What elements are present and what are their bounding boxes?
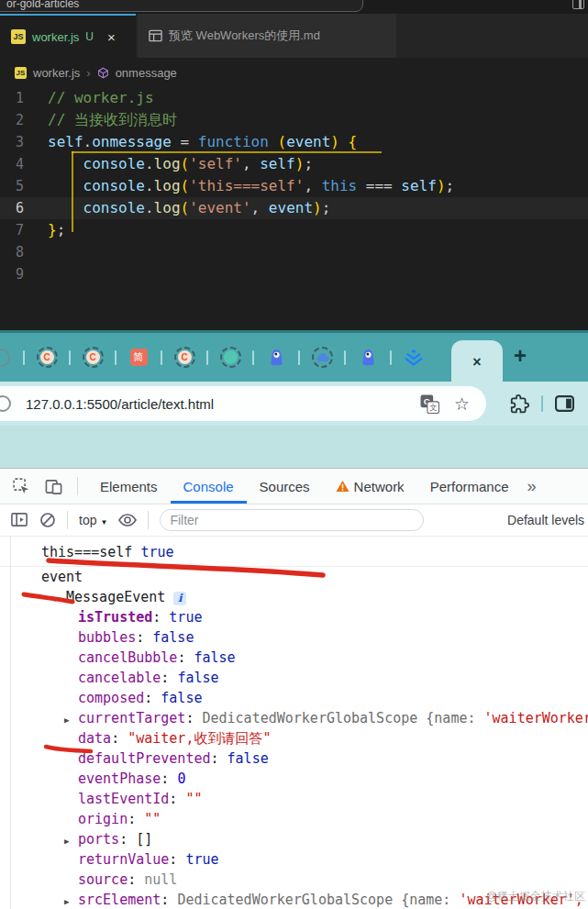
pinned-tab[interactable]: [263, 349, 289, 366]
more-tabs-icon[interactable]: »: [527, 477, 535, 496]
code-line[interactable]: 1// worker.js: [0, 87, 588, 109]
devtools-tab-elements[interactable]: Elements: [87, 469, 171, 504]
site-info-icon[interactable]: [0, 395, 11, 412]
text-segment: :: [136, 629, 152, 646]
code-line[interactable]: 8: [0, 241, 588, 263]
screen: or-gold-articles JS worker.js U × 预览 Web…: [0, 0, 588, 909]
live-expression-eye-icon[interactable]: [118, 514, 137, 527]
text-segment: console: [83, 155, 145, 172]
text-segment: :: [169, 791, 185, 807]
pinned-tab[interactable]: [309, 347, 335, 368]
text-segment: false: [194, 649, 235, 666]
code-editor[interactable]: 1// worker.js2// 当接收到消息时3self.onmessage …: [0, 87, 588, 330]
text-segment: ;: [322, 199, 331, 216]
code-line[interactable]: 4 console.log('self', self);: [0, 153, 588, 175]
pinned-tab[interactable]: 简: [126, 349, 151, 366]
text-segment: true: [185, 851, 218, 868]
layout-toggle-icon[interactable]: [572, 0, 584, 9]
new-tab-button[interactable]: +: [514, 343, 527, 369]
console-toolbar: top▼ Default levels▼: [0, 504, 588, 537]
devtools-tab-network[interactable]: Network: [323, 469, 417, 504]
context-selector[interactable]: top▼: [79, 513, 107, 527]
text-segment: "waiter,收到请回答": [128, 730, 271, 747]
console-row[interactable]: ▼MessageEventi: [0, 587, 588, 607]
address-bar[interactable]: 127.0.0.1:5500/article/text.html G文 ☆: [0, 386, 486, 421]
pinned-tab[interactable]: [355, 349, 381, 366]
text-segment: false: [177, 670, 218, 686]
expand-triangle-icon[interactable]: ▶: [64, 831, 78, 851]
code-line[interactable]: 3self.onmessage = function (event) {: [0, 131, 588, 153]
text-segment: .: [83, 133, 93, 150]
text-segment: log: [154, 177, 181, 194]
text-segment: :: [177, 649, 194, 666]
text-segment: // worker.js: [48, 89, 154, 106]
console-row: cancelable: false: [0, 668, 588, 688]
close-tab-icon[interactable]: ×: [107, 29, 116, 45]
code-line[interactable]: 7};: [0, 219, 588, 241]
collapse-triangle-icon[interactable]: ▼: [52, 589, 66, 609]
console-messages[interactable]: this===self true event▼MessageEventiisTr…: [0, 537, 588, 909]
devtools-tab-label: Performance: [430, 479, 509, 494]
console-row[interactable]: ▶currentTarget: DedicatedWorkerGlobalSco…: [0, 708, 588, 728]
text-segment: ports: [78, 831, 119, 848]
text-segment: log: [154, 155, 181, 172]
info-badge-icon[interactable]: i: [173, 592, 186, 605]
devtools-tab-sources[interactable]: Sources: [247, 469, 323, 504]
text-segment: eventPhase: [78, 770, 161, 787]
log-levels-dropdown[interactable]: Default levels▼: [507, 513, 588, 527]
console-filter-input[interactable]: [160, 509, 424, 531]
devtools-tabs: ElementsConsoleSourcesNetworkPerformance: [87, 469, 522, 504]
devtools-tab-performance[interactable]: Performance: [417, 469, 522, 504]
console-row: bubbles: false: [0, 627, 588, 648]
pinned-tab[interactable]: [0, 349, 14, 367]
inspect-element-icon[interactable]: [13, 478, 30, 495]
code-line[interactable]: 5 console.log('this===self', this === se…: [0, 175, 588, 197]
text-segment: [48, 155, 83, 172]
text-segment: :: [161, 670, 177, 686]
text-segment: :: [169, 851, 185, 868]
teal-site-favicon-icon: [220, 347, 241, 368]
chevron-down-icon: ▼: [100, 518, 107, 527]
jianshu-favicon-icon: 简: [130, 349, 148, 366]
console-row[interactable]: ▶ports: []: [0, 829, 588, 849]
pinned-tab[interactable]: C: [80, 347, 105, 368]
text-segment: ,: [242, 155, 260, 172]
text-segment: false: [161, 690, 202, 706]
expand-triangle-icon[interactable]: ▶: [64, 710, 78, 730]
bookmark-star-icon[interactable]: ☆: [454, 394, 470, 415]
text-segment: null: [144, 871, 177, 888]
text-segment: :: [111, 730, 128, 747]
pinned-tab[interactable]: [217, 347, 243, 368]
text-segment: ;: [57, 221, 66, 238]
text-segment: srcElement: [78, 892, 161, 908]
devtools-tab-console[interactable]: Console: [171, 469, 247, 504]
text-segment: ): [330, 133, 339, 150]
breadcrumb-file[interactable]: worker.js: [33, 66, 80, 80]
text-segment: "": [144, 811, 161, 827]
url-text[interactable]: 127.0.0.1:5500/article/text.html: [26, 396, 420, 412]
breadcrumb-symbol[interactable]: onmessage: [116, 66, 177, 80]
extensions-puzzle-icon[interactable]: [510, 394, 529, 414]
vscode-tab-workerjs[interactable]: JS worker.js U ×: [0, 14, 136, 58]
translate-icon[interactable]: G文: [420, 394, 439, 414]
pinned-tab[interactable]: C: [172, 347, 197, 368]
console-sidebar-icon[interactable]: [11, 512, 28, 528]
code-line[interactable]: 9: [0, 263, 588, 285]
text-segment: this: [322, 177, 358, 194]
toolbar-separator: [67, 511, 68, 529]
browser-active-tab[interactable]: ×: [451, 340, 503, 382]
clear-console-icon[interactable]: [39, 512, 56, 528]
vscode-command-center[interactable]: or-gold-articles: [0, 0, 363, 12]
code-line[interactable]: 6 console.log('event', event);: [0, 197, 588, 219]
vscode-tab-md-preview[interactable]: 预览 WebWorkers的使用.md: [138, 14, 396, 58]
device-toolbar-icon[interactable]: [45, 478, 62, 495]
side-panel-icon[interactable]: [555, 395, 574, 412]
pinned-tab[interactable]: [401, 349, 427, 366]
console-row: defaultPrevented: false: [0, 748, 588, 769]
text-segment: MessageEvent: [66, 589, 165, 605]
code-text: console.log('self', self);: [48, 153, 313, 175]
pinned-tab[interactable]: C: [34, 347, 60, 368]
code-line[interactable]: 2// 当接收到消息时: [0, 109, 588, 131]
close-tab-icon[interactable]: ×: [472, 354, 481, 371]
expand-triangle-icon[interactable]: ▶: [64, 892, 78, 909]
